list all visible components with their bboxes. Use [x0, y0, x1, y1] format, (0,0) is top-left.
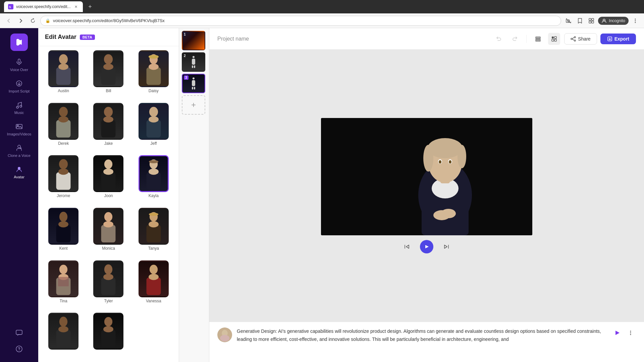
microphone-icon — [15, 58, 23, 66]
avatar-name-joon: Joon — [104, 193, 113, 198]
avatar-item-monica[interactable]: Monica — [87, 208, 129, 258]
script-text-content[interactable]: Generative Design: AI's generative capab… — [237, 327, 607, 344]
app-container: Voice Over Import Script Music — [0, 28, 644, 362]
music-icon — [15, 101, 23, 109]
avatar-name-jake: Jake — [104, 141, 113, 146]
browser-nav-icons: Incognito — [564, 16, 640, 25]
extensions-icon[interactable] — [587, 16, 596, 25]
project-name[interactable]: Project name — [217, 36, 489, 42]
svg-point-51 — [149, 169, 159, 175]
export-button[interactable]: Export — [600, 34, 636, 44]
sidebar-item-voice-over[interactable]: Voice Over — [4, 55, 34, 75]
svg-point-120 — [630, 334, 631, 335]
svg-point-78 — [104, 326, 114, 333]
skip-forward-button[interactable] — [440, 241, 452, 253]
avatar-item-jeff[interactable]: Jeff — [132, 103, 175, 153]
bookmark-icon[interactable] — [575, 16, 585, 25]
address-bar[interactable]: 🔒 voiceover.speechify.com/editor/8Gy5WvB… — [40, 16, 561, 26]
layers-button[interactable] — [532, 33, 544, 45]
svg-rect-21 — [16, 330, 22, 335]
share-button[interactable]: Share — [564, 33, 597, 45]
sidebar: Voice Over Import Script Music — [0, 28, 38, 362]
svg-rect-77 — [101, 330, 116, 347]
sidebar-item-help[interactable] — [4, 342, 34, 357]
redo-button[interactable] — [509, 33, 521, 45]
svg-rect-31 — [146, 67, 161, 85]
back-button[interactable] — [4, 16, 13, 25]
svg-rect-91 — [554, 37, 556, 39]
new-tab-button[interactable]: + — [86, 2, 95, 11]
avatar-item-unknown2[interactable] — [87, 313, 129, 358]
svg-point-118 — [630, 331, 631, 332]
play-button[interactable] — [420, 240, 433, 253]
avatar-image-unknown2 — [93, 313, 123, 350]
storyboard-panel: 1 2 3 + — [179, 28, 209, 362]
tab-close-button[interactable]: ✕ — [73, 4, 79, 9]
sidebar-item-import-script[interactable]: Import Script — [4, 76, 34, 97]
skip-back-button[interactable] — [401, 241, 413, 253]
avatar-item-jake[interactable]: Jake — [87, 103, 129, 153]
avatar-item-joon[interactable]: Joon — [87, 155, 129, 205]
view-toggle-button[interactable] — [548, 33, 560, 45]
menu-icon[interactable] — [631, 16, 640, 25]
avatar-item-austin[interactable]: Austin — [42, 50, 85, 100]
svg-rect-66 — [58, 277, 69, 286]
avatar-panel-title: Edit Avatar — [45, 34, 76, 41]
avatar-name-tyler: Tyler — [104, 299, 113, 303]
svg-point-19 — [18, 145, 20, 148]
svg-rect-60 — [146, 225, 161, 242]
image-icon — [15, 123, 23, 131]
script-more-button[interactable] — [625, 327, 636, 338]
undo-button[interactable] — [493, 33, 505, 45]
storyboard-slide-3[interactable]: 3 — [182, 74, 205, 93]
svg-point-48 — [104, 169, 114, 175]
svg-point-96 — [574, 40, 576, 41]
avatar-item-bill[interactable]: Bill — [87, 50, 129, 100]
avatar-panel: Edit Avatar BETA Austin Bill D — [38, 28, 179, 362]
avatar-item-tanya[interactable]: Tanya — [132, 208, 175, 258]
avatar-item-derek[interactable]: Derek — [42, 103, 85, 153]
avatar-item-tina[interactable]: Tina — [42, 260, 85, 310]
avatar-item-unknown1[interactable] — [42, 313, 85, 358]
camera-off-icon[interactable] — [564, 16, 573, 25]
avatar-item-kent[interactable]: Kent — [42, 208, 85, 258]
svg-rect-6 — [592, 21, 594, 23]
app-logo[interactable] — [10, 34, 28, 51]
avatar-item-jerome[interactable]: Jerome — [42, 155, 85, 205]
sidebar-item-label: Clone a Voice — [8, 154, 31, 158]
avatar-item-daisy[interactable]: Daisy — [132, 50, 175, 100]
browser-chrome: S voiceover.speechify.com/edit... ✕ + — [0, 0, 644, 13]
avatar-item-tyler[interactable]: Tyler — [87, 260, 129, 310]
sidebar-item-music[interactable]: Music — [4, 98, 34, 118]
svg-rect-41 — [146, 120, 161, 137]
add-icon: + — [191, 100, 196, 110]
play-script-button[interactable] — [612, 327, 623, 338]
avatar-item-kayla[interactable]: Kayla — [132, 155, 175, 205]
svg-point-94 — [571, 38, 572, 40]
svg-rect-57 — [101, 225, 116, 242]
svg-line-97 — [572, 38, 574, 39]
storyboard-slide-2[interactable]: 2 — [182, 52, 205, 72]
forward-button[interactable] — [16, 16, 25, 25]
reload-button[interactable] — [28, 16, 38, 25]
svg-point-69 — [104, 274, 114, 280]
add-slide-button[interactable]: + — [182, 95, 205, 115]
svg-point-95 — [574, 37, 576, 38]
svg-rect-38 — [101, 120, 116, 137]
svg-point-53 — [59, 212, 67, 222]
export-label: Export — [614, 36, 629, 42]
sidebar-item-images-videos[interactable]: Images/Videos — [4, 119, 34, 139]
avatar-item-vanessa[interactable]: Vanessa — [132, 260, 175, 310]
slide-number-2: 2 — [184, 54, 186, 58]
sidebar-item-avatar[interactable]: Avatar — [4, 162, 34, 182]
toolbar: Project name Share — [209, 28, 644, 50]
import-icon — [15, 80, 23, 88]
storyboard-slide-1[interactable]: 1 — [182, 31, 205, 50]
svg-point-46 — [104, 160, 112, 169]
sidebar-item-clone-a-voice[interactable]: Clone a Voice — [4, 141, 34, 161]
avatar-image-jeff — [139, 103, 169, 140]
sidebar-item-comments[interactable] — [4, 326, 34, 341]
browser-tab[interactable]: S voiceover.speechify.com/edit... ✕ — [4, 1, 83, 12]
video-frame — [321, 118, 532, 235]
svg-rect-90 — [552, 37, 554, 39]
